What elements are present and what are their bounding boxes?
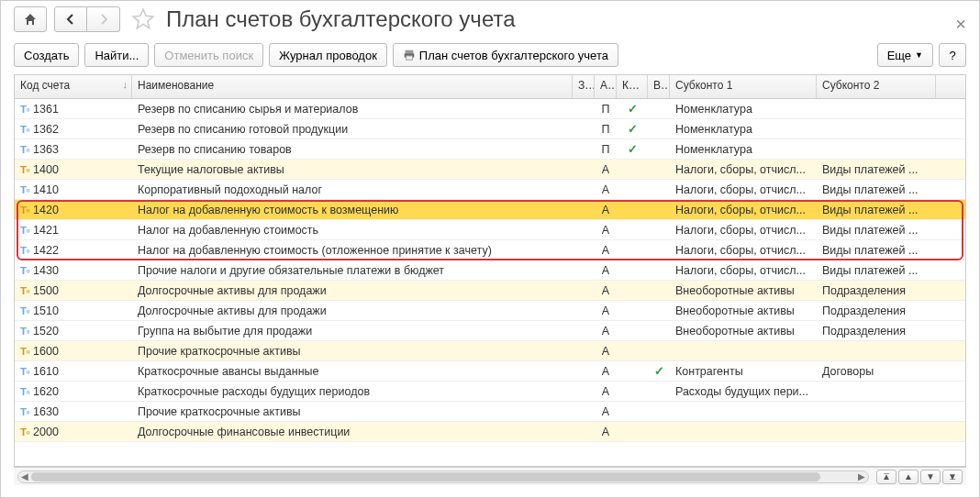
account-name: Резерв по списанию сырья и материалов [132, 103, 573, 116]
more-label: Еще [887, 49, 911, 62]
account-name: Долгосрочные финансовые инвестиции [132, 426, 573, 438]
table-row[interactable]: T₀1620Краткосрочные расходы будущих пери… [15, 382, 965, 402]
table-row[interactable]: T₀1610Краткосрочные авансы выданныеА✓Кон… [15, 361, 965, 382]
table-row[interactable]: T₀1363Резерв по списанию товаровП✓Номенк… [15, 139, 965, 160]
account-child-icon: T₀ [20, 104, 29, 115]
forward-button[interactable] [87, 6, 120, 32]
table-row[interactable]: T₀1400Текущие налоговые активыАНалоги, с… [15, 160, 965, 180]
account-name: Корпоративный подоходный налог [132, 183, 573, 196]
table-row[interactable]: T₀2000Долгосрочные финансовые инвестиции… [15, 422, 965, 442]
table-row[interactable]: T₀1600Прочие краткосрочные активыА [15, 341, 965, 361]
account-child-icon: T₀ [20, 326, 29, 337]
account-name: Резерв по списанию готовой продукции [132, 123, 573, 136]
check-icon: ✓ [628, 103, 638, 116]
account-child-icon: T₀ [20, 184, 29, 195]
account-name: Резерв по списанию товаров [132, 143, 573, 156]
table-row[interactable]: T₀1361Резерв по списанию сырья и материа… [15, 99, 965, 119]
go-first-button[interactable]: ▲─ [876, 470, 896, 484]
account-code: 1520 [33, 325, 59, 338]
account-parent-icon: T₀ [20, 285, 29, 296]
account-code: 1362 [33, 123, 59, 136]
subconto-1: Налоги, сборы, отчисл... [670, 183, 817, 196]
subconto-1: Номенклатура [670, 143, 817, 156]
subconto-2: Подразделения [817, 325, 936, 338]
table-row[interactable]: T₀1362Резерв по списанию готовой продукц… [15, 119, 965, 139]
account-name: Долгосрочные активы для продажи [132, 304, 573, 317]
account-name: Прочие краткосрочные активы [132, 345, 573, 358]
account-code: 1400 [33, 163, 59, 176]
account-child-icon: T₀ [20, 366, 29, 377]
column-sub1[interactable]: Субконто 1 [670, 75, 817, 98]
table-row[interactable]: T₀1630Прочие краткосрочные активыА [15, 402, 965, 422]
account-code: 1620 [33, 385, 59, 398]
account-parent-icon: T₀ [20, 426, 29, 437]
favorite-star-icon[interactable] [131, 7, 155, 31]
home-button[interactable] [14, 6, 47, 32]
account-code: 1410 [33, 183, 59, 196]
account-name: Долгосрочные активы для продажи [132, 284, 573, 297]
account-child-icon: T₀ [20, 265, 29, 276]
go-down-button[interactable]: ▼ [920, 470, 941, 484]
cancel-search-button[interactable]: Отменить поиск [154, 43, 263, 67]
grid-header: Код счета Наименование З... А... Кол. В.… [15, 75, 965, 99]
check-icon: ✓ [628, 123, 638, 136]
print-chart-label: План счетов бухгалтерского учета [419, 49, 608, 62]
subconto-2: Подразделения [817, 304, 936, 317]
column-z[interactable]: З... [573, 75, 595, 98]
column-name[interactable]: Наименование [132, 75, 573, 98]
subconto-1: Налоги, сборы, отчисл... [670, 244, 817, 257]
account-type: А [595, 365, 617, 378]
table-row[interactable]: T₀1422Налог на добавленную стоимость (от… [15, 240, 965, 260]
more-button[interactable]: Еще▼ [877, 43, 933, 67]
table-row[interactable]: T₀1510Долгосрочные активы для продажиАВн… [15, 301, 965, 321]
account-name: Налог на добавленную стоимость к возмеще… [132, 204, 573, 216]
scroll-right-icon[interactable]: ▶ [855, 471, 868, 482]
scrollbar-thumb[interactable] [31, 472, 820, 481]
account-child-icon: T₀ [20, 245, 29, 256]
account-name: Прочие краткосрочные активы [132, 405, 573, 418]
accounts-grid: Код счета Наименование З... А... Кол. В.… [14, 74, 966, 467]
column-a[interactable]: А... [595, 75, 617, 98]
horizontal-scrollbar[interactable]: ◀ ▶ [17, 470, 869, 483]
grid-body[interactable]: T₀1361Резерв по списанию сырья и материа… [15, 99, 965, 448]
column-v[interactable]: В. [648, 75, 670, 98]
subconto-2: Договоры [817, 365, 936, 378]
table-row[interactable]: T₀1410Корпоративный подоходный налогАНал… [15, 180, 965, 200]
find-button[interactable]: Найти... [84, 43, 149, 67]
account-child-icon: T₀ [20, 406, 29, 417]
back-button[interactable] [54, 6, 87, 32]
table-row[interactable]: T₀1420Налог на добавленную стоимость к в… [15, 200, 965, 220]
grid-footer: ◀ ▶ ▲─ ▲ ▼ ▼─ [14, 467, 966, 485]
column-code[interactable]: Код счета [15, 75, 132, 98]
account-child-icon: T₀ [20, 144, 29, 155]
page-title: План счетов бухгалтерского учета [166, 6, 516, 32]
journal-button[interactable]: Журнал проводок [269, 43, 387, 67]
check-icon: ✓ [654, 365, 664, 378]
subconto-1: Номенклатура [670, 123, 817, 136]
table-row[interactable]: T₀1430Прочие налоги и другие обязательны… [15, 260, 965, 281]
go-last-button[interactable]: ▼─ [942, 470, 963, 484]
table-row[interactable]: T₀1500Долгосрочные активы для продажиАВн… [15, 281, 965, 301]
create-button[interactable]: Создать [14, 43, 79, 67]
arrow-right-icon [97, 13, 110, 26]
arrow-left-icon [64, 13, 77, 26]
go-up-button[interactable]: ▲ [898, 470, 919, 484]
account-child-icon: T₀ [20, 386, 29, 397]
column-kol[interactable]: Кол. [617, 75, 648, 98]
account-name: Налог на добавленную стоимость [132, 224, 573, 237]
account-type: П [595, 123, 617, 136]
scroll-left-icon[interactable]: ◀ [18, 471, 31, 482]
table-row[interactable]: T₀1520Группа на выбытие для продажиАВнео… [15, 321, 965, 341]
print-chart-button[interactable]: План счетов бухгалтерского учета [393, 43, 618, 67]
column-sub2[interactable]: Субконто 2 [817, 75, 936, 98]
subconto-2: Виды платежей ... [817, 264, 936, 277]
account-code: 1430 [33, 264, 59, 277]
help-button[interactable]: ? [939, 43, 966, 67]
account-type: А [595, 224, 617, 237]
close-button[interactable]: × [955, 14, 966, 35]
subconto-1: Контрагенты [670, 365, 817, 378]
account-code: 1630 [33, 405, 59, 418]
check-icon: ✓ [628, 143, 638, 156]
table-row[interactable]: T₀1421Налог на добавленную стоимостьАНал… [15, 220, 965, 240]
account-code: 1361 [33, 103, 59, 116]
